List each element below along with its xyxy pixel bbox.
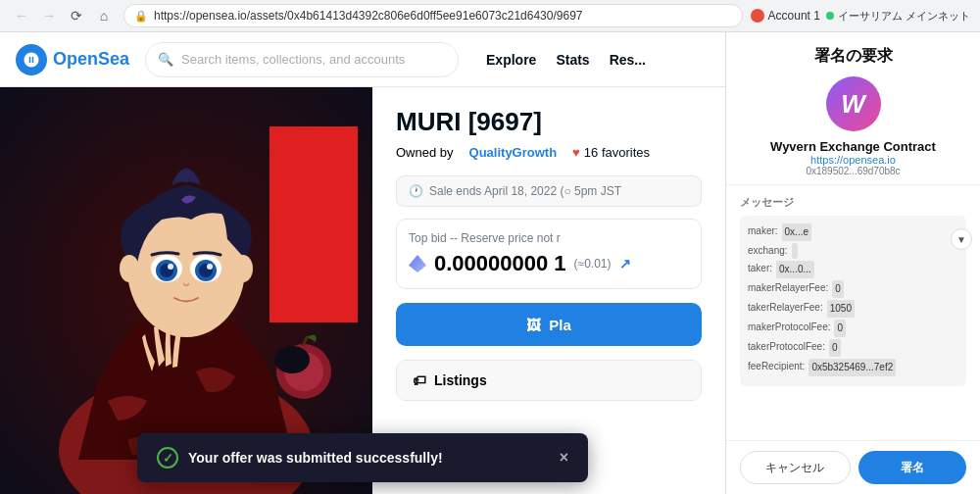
message-value: 0 xyxy=(834,320,846,337)
message-row: feeRecipient:0x5b325469...7ef2 xyxy=(748,359,958,376)
svg-point-13 xyxy=(207,264,213,270)
message-key: feeRecipient: xyxy=(748,359,805,376)
forward-button[interactable]: → xyxy=(37,4,61,27)
listings-label: Listings xyxy=(434,372,487,388)
success-toast: ✓ Your offer was submitted successfully!… xyxy=(137,433,588,482)
message-key: takerRelayerFee: xyxy=(748,300,823,318)
svg-point-4 xyxy=(120,255,139,282)
nft-owner-row: Owned by QualityGrowth ♥ 16 favorites xyxy=(396,145,702,160)
message-key: exchang: xyxy=(748,243,788,259)
lock-icon: 🔒 xyxy=(134,10,148,23)
heart-icon: ♥ xyxy=(572,145,580,160)
owner-link[interactable]: QualityGrowth xyxy=(469,145,558,160)
message-value: 0x...e xyxy=(782,223,811,241)
listings-section: 🏷 Listings xyxy=(396,360,702,401)
contract-logo-text: W xyxy=(841,89,865,120)
svg-point-12 xyxy=(168,264,173,270)
network-status-dot xyxy=(826,12,834,20)
metamask-body[interactable]: メッセージ maker:0x...eexchang:taker:0x...0..… xyxy=(726,185,980,440)
logo-text: OpenSea xyxy=(53,49,129,70)
message-row: makerProtocolFee:0 xyxy=(748,320,958,337)
favorites-count: ♥ 16 favorites xyxy=(572,145,650,160)
message-row: maker:0x...e xyxy=(748,223,958,241)
contract-name: Wyvern Exchange Contract xyxy=(742,139,964,154)
metamask-footer: キャンセル 署名 xyxy=(726,440,980,494)
bid-usd: (≈0.01) xyxy=(574,257,612,271)
account-avatar-dot xyxy=(751,9,764,23)
browser-chrome: ← → ⟳ ⌂ 🔒 https://opensea.io/assets/0x4b… xyxy=(0,0,980,32)
bid-amount: 0.00000000 1 xyxy=(434,251,566,276)
metamask-header: 署名の要求 W Wyvern Exchange Contract https:/… xyxy=(726,32,980,185)
nav-explore[interactable]: Explore xyxy=(486,52,536,68)
message-row: makerRelayerFee:0 xyxy=(748,280,958,298)
opensea-header: OpenSea 🔍 Search items, collections, and… xyxy=(0,32,725,87)
search-bar[interactable]: 🔍 Search items, collections, and account… xyxy=(145,42,459,77)
back-button[interactable]: ← xyxy=(10,4,33,27)
message-value: 1050 xyxy=(827,300,855,318)
message-row: exchang: xyxy=(748,243,958,259)
toast-close-button[interactable]: × xyxy=(560,449,568,467)
message-section-label: メッセージ xyxy=(740,195,966,210)
header-nav: Explore Stats Res... xyxy=(486,52,646,68)
message-key: makerProtocolFee: xyxy=(748,320,830,337)
message-row: takerRelayerFee:1050 xyxy=(748,300,958,318)
opensea-page: OpenSea 🔍 Search items, collections, and… xyxy=(0,32,725,494)
account-label: Account 1 xyxy=(768,9,820,23)
message-row: taker:0x...0... xyxy=(748,261,958,278)
nav-res[interactable]: Res... xyxy=(610,52,646,68)
sale-timer: 🕐 Sale ends April 18, 2022 (○ 5pm JST xyxy=(396,175,702,207)
message-value: 0 xyxy=(829,339,841,357)
scroll-down-indicator: ▼ xyxy=(951,228,972,250)
network-label: イーサリアム メインネット xyxy=(838,9,970,24)
message-value: 0x...0... xyxy=(776,261,814,278)
place-bid-button[interactable]: 🖼 Pla xyxy=(396,303,702,346)
listings-icon: 🏷 xyxy=(413,372,426,388)
main-area: MURI [9697] Owned by QualityGrowth ♥ 16 … xyxy=(0,87,725,494)
cancel-button[interactable]: キャンセル xyxy=(740,451,851,484)
url-text: https://opensea.io/assets/0x4b61413d4392… xyxy=(154,9,583,23)
search-icon: 🔍 xyxy=(158,52,173,67)
network-indicator: イーサリアム メインネット xyxy=(826,9,970,24)
sign-button[interactable]: 署名 xyxy=(858,451,967,484)
account-button[interactable]: Account 1 xyxy=(751,9,820,23)
refresh-button[interactable]: ⟳ xyxy=(65,4,88,27)
toast-message: Your offer was submitted successfully! xyxy=(188,450,443,466)
message-value: 0 xyxy=(832,280,844,298)
success-check-icon: ✓ xyxy=(157,447,178,469)
place-bid-icon: 🖼 xyxy=(526,317,541,333)
message-row: takerProtocolFee:0 xyxy=(748,339,958,357)
eth-icon xyxy=(409,255,426,272)
browser-nav-buttons: ← → ⟳ ⌂ xyxy=(10,4,116,27)
message-key: taker: xyxy=(748,261,772,278)
message-key: takerProtocolFee: xyxy=(748,339,825,357)
contract-logo: W xyxy=(826,76,881,131)
svg-point-5 xyxy=(233,255,253,282)
page-content: OpenSea 🔍 Search items, collections, and… xyxy=(0,32,980,494)
message-value xyxy=(792,243,798,259)
contract-address: 0x189502...69d70b8c xyxy=(742,166,964,176)
sale-timer-text: Sale ends April 18, 2022 (○ 5pm JST xyxy=(429,184,621,198)
metamask-dialog-title: 署名の要求 xyxy=(742,46,964,67)
nft-title: MURI [9697] xyxy=(396,107,702,137)
message-key: makerRelayerFee: xyxy=(748,280,828,298)
top-bid-label: Top bid -- Reserve price not r xyxy=(409,231,689,245)
clock-icon: 🕐 xyxy=(409,184,423,198)
address-bar[interactable]: 🔒 https://opensea.io/assets/0x4b61413d43… xyxy=(123,4,743,27)
place-bid-label: Pla xyxy=(549,317,571,333)
opensea-logo[interactable]: OpenSea xyxy=(16,44,129,75)
browser-right-controls: Account 1 イーサリアム メインネット xyxy=(751,9,970,24)
search-placeholder: Search items, collections, and accounts xyxy=(181,52,405,67)
nav-stats[interactable]: Stats xyxy=(556,52,589,68)
external-link-icon: ↗ xyxy=(619,256,631,272)
home-button[interactable]: ⌂ xyxy=(92,4,116,27)
listings-header: 🏷 Listings xyxy=(397,361,701,400)
message-value: 0x5b325469...7ef2 xyxy=(808,359,896,376)
bid-price: 0.00000000 1 (≈0.01) ↗ xyxy=(409,251,689,276)
svg-point-16 xyxy=(274,346,310,373)
metamask-panel: 署名の要求 W Wyvern Exchange Contract https:/… xyxy=(725,32,980,494)
message-key: maker: xyxy=(748,223,778,241)
contract-url: https://opensea.io xyxy=(742,154,964,166)
opensea-logo-icon xyxy=(16,44,47,75)
top-bid-section: Top bid -- Reserve price not r 0.0000000… xyxy=(396,219,702,289)
owned-by-label: Owned by xyxy=(396,145,454,160)
